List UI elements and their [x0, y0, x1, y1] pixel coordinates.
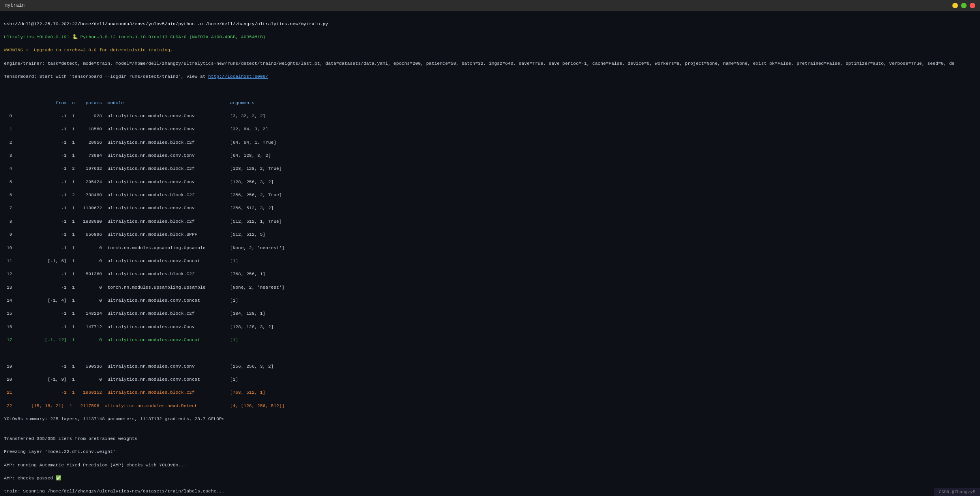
terminal-line-6: from n params module arguments	[4, 100, 976, 107]
terminal-line-26: 19 -1 1 590336 ultralytics.nn.modules.co…	[4, 363, 976, 370]
terminal-line-0: ssh://dell@172.25.70.202:22/home/dell/an…	[4, 21, 976, 28]
terminal-line-13: 6 -1 2 788480 ultralytics.nn.modules.blo…	[4, 192, 976, 199]
minimize-button[interactable]	[952, 3, 958, 8]
terminal-line-35: AMP: checks passed ✅	[4, 475, 976, 482]
terminal-line-8: 1 -1 1 18560 ultralytics.nn.modules.conv…	[4, 126, 976, 133]
terminal-line-15: 8 -1 1 1838080 ultralytics.nn.modules.bl…	[4, 218, 976, 225]
terminal-line-11: 4 -1 2 197632 ultralytics.nn.modules.blo…	[4, 165, 976, 172]
terminal-line-36: train: Scanning /home/dell/zhangzy/ultra…	[4, 488, 976, 495]
terminal-line-14: 7 -1 1 1180672 ultralytics.nn.modules.co…	[4, 205, 976, 212]
tensorboard-link[interactable]: http://localhost:6006/	[208, 74, 268, 79]
maximize-button[interactable]	[961, 3, 967, 8]
terminal-line-33: Freezing layer 'model.22.dfl.conv.weight…	[4, 449, 976, 455]
terminal-line-22: 15 -1 1 148224 ultralytics.nn.modules.bl…	[4, 310, 976, 317]
terminal-line-29: 22 [15, 18, 21] 1 2117596 ultralytics.nn…	[4, 403, 976, 410]
terminal-line-25	[4, 350, 976, 357]
terminal-line-20: 13 -1 1 0 torch.nn.modules.upsampling.Up…	[4, 284, 976, 291]
terminal-line-34: AMP: running Automatic Mixed Precision (…	[4, 462, 976, 469]
terminal-output: ssh://dell@172.25.70.202:22/home/dell/an…	[0, 11, 980, 496]
close-button[interactable]	[970, 3, 975, 8]
terminal-line-30: YOLOv8s summary: 225 layers, 11137148 pa…	[4, 416, 976, 423]
terminal-line-18: 11 [-1, 6] 1 0 ultralytics.nn.modules.co…	[4, 258, 976, 265]
terminal-line-19: 12 -1 1 591360 ultralytics.nn.modules.bl…	[4, 271, 976, 278]
title-bar: mytrain	[0, 0, 980, 11]
terminal-line-3: engine/trainer: task=detect, mode=train,…	[4, 60, 976, 67]
terminal-line-7: 0 -1 1 928 ultralytics.nn.modules.conv.C…	[4, 113, 976, 120]
bottom-bar-text: CSDN @Zhangzy®	[939, 490, 975, 494]
terminal-line-1: Ultralytics YOLOv8.0.191 🐍 Python-3.8.12…	[4, 34, 976, 41]
terminal-line-2: WARNING ⚠️ Upgrade to torch>=2.0.0 for d…	[4, 47, 976, 54]
bottom-bar: CSDN @Zhangzy®	[934, 488, 980, 496]
terminal-line-4: TensorBoard: Start with 'tensorboard --l…	[4, 73, 976, 80]
window-controls[interactable]	[952, 3, 975, 8]
window-title: mytrain	[5, 3, 24, 8]
terminal-line-9: 2 -1 1 29056 ultralytics.nn.modules.bloc…	[4, 139, 976, 146]
terminal-line-10: 3 -1 1 73984 ultralytics.nn.modules.conv…	[4, 152, 976, 159]
terminal-line-27: 20 [-1, 9] 1 0 ultralytics.nn.modules.co…	[4, 376, 976, 383]
terminal-line-17: 10 -1 1 0 torch.nn.modules.upsampling.Up…	[4, 245, 976, 252]
terminal-line-5	[4, 86, 976, 93]
terminal-line-16: 9 -1 1 656896 ultralytics.nn.modules.blo…	[4, 231, 976, 238]
terminal-line-23: 16 -1 1 147712 ultralytics.nn.modules.co…	[4, 324, 976, 331]
terminal-line-28: 21 -1 1 1969152 ultralytics.nn.modules.b…	[4, 389, 976, 396]
terminal-line-32: Transferred 355/355 items from pretraine…	[4, 436, 976, 442]
terminal-line-12: 5 -1 1 295424 ultralytics.nn.modules.con…	[4, 179, 976, 186]
terminal-line-21: 14 [-1, 4] 1 0 ultralytics.nn.modules.co…	[4, 297, 976, 304]
terminal-line-24: 17 [-1, 12] 1 0 ultralytics.nn.modules.c…	[4, 337, 976, 344]
